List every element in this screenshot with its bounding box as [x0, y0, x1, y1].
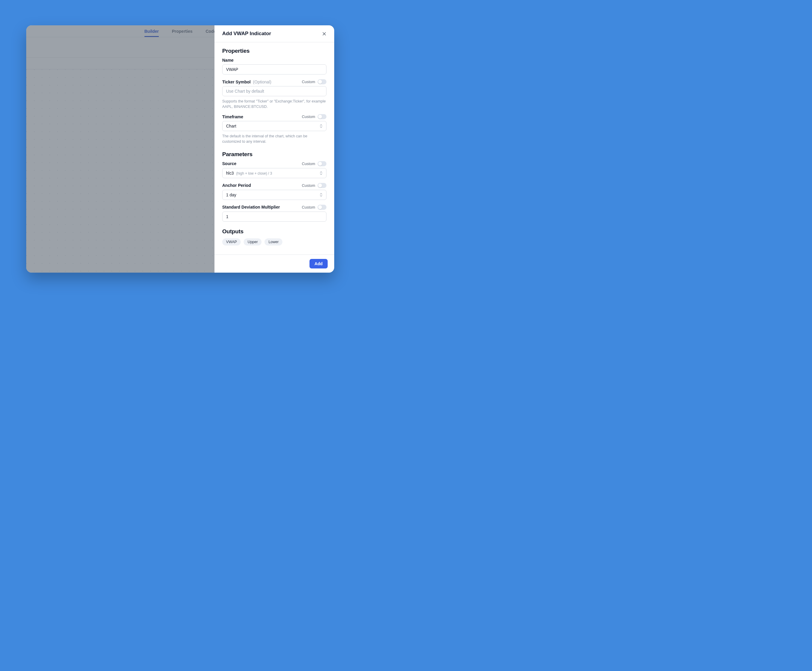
chevron-updown-icon	[320, 171, 323, 175]
select-source-desc: (high + low + close) / 3	[236, 171, 272, 175]
label-stddev: Standard Deviation Multiplier	[222, 205, 280, 209]
field-stddev: Standard Deviation Multiplier Custom	[222, 205, 327, 222]
label-source: Source	[222, 161, 236, 166]
timeframe-custom-wrap: Custom	[302, 114, 327, 119]
chevron-updown-icon	[320, 124, 323, 128]
select-anchor-value: 1 day	[226, 192, 236, 197]
field-name: Name	[222, 58, 327, 75]
field-anchor: Anchor Period Custom 1 day	[222, 183, 327, 200]
side-panel: Add VWAP Indicator Properties Name	[214, 26, 334, 272]
label-anchor: Anchor Period	[222, 183, 251, 188]
source-custom-label: Custom	[302, 162, 315, 166]
panel-footer: Add	[214, 254, 334, 272]
input-ticker-wrap	[222, 86, 327, 96]
input-stddev-wrap	[222, 211, 327, 222]
input-stddev[interactable]	[226, 214, 323, 219]
output-pill-lower[interactable]: Lower	[264, 238, 283, 245]
anchor-custom-toggle[interactable]	[318, 183, 327, 188]
panel-header: Add VWAP Indicator	[214, 26, 334, 42]
input-ticker[interactable]	[226, 89, 323, 94]
field-timeframe: Timeframe Custom Chart The default is th…	[222, 114, 327, 144]
section-parameters-title: Parameters	[222, 151, 327, 158]
helper-ticker: Supports the format "Ticker" or "Exchang…	[222, 99, 327, 109]
helper-timeframe: The default is the interval of the chart…	[222, 133, 327, 144]
output-pill-vwap[interactable]: VWAP	[222, 238, 241, 245]
section-properties-title: Properties	[222, 48, 327, 54]
panel-title: Add VWAP Indicator	[222, 31, 271, 37]
input-name-wrap	[222, 65, 327, 75]
ticker-custom-wrap: Custom	[302, 79, 327, 84]
add-button[interactable]: Add	[310, 259, 328, 269]
panel-body: Properties Name Ticker Symbol (Optional)	[214, 42, 334, 254]
label-timeframe: Timeframe	[222, 114, 243, 119]
app-window: Builder Properties Code Add VWAP Indicat…	[26, 26, 334, 272]
select-timeframe-value: Chart	[226, 124, 236, 128]
stddev-custom-toggle[interactable]	[318, 205, 327, 210]
select-source-value: hlc3	[226, 171, 234, 175]
anchor-custom-label: Custom	[302, 183, 315, 188]
close-icon[interactable]	[320, 30, 328, 37]
label-ticker-optional: (Optional)	[253, 80, 271, 84]
label-ticker-text: Ticker Symbol	[222, 80, 250, 84]
input-name[interactable]	[226, 67, 323, 72]
field-ticker: Ticker Symbol (Optional) Custom Supports…	[222, 79, 327, 109]
ticker-custom-label: Custom	[302, 80, 315, 84]
source-custom-wrap: Custom	[302, 161, 327, 166]
field-source: Source Custom hlc3 (high + low + close) …	[222, 161, 327, 178]
outputs-pills: VWAP Upper Lower	[222, 238, 327, 245]
output-pill-upper[interactable]: Upper	[243, 238, 262, 245]
chevron-updown-icon	[320, 193, 323, 197]
timeframe-custom-label: Custom	[302, 114, 315, 119]
select-source[interactable]: hlc3 (high + low + close) / 3	[222, 168, 327, 178]
source-custom-toggle[interactable]	[318, 161, 327, 166]
select-anchor[interactable]: 1 day	[222, 190, 327, 200]
label-name: Name	[222, 58, 233, 63]
ticker-custom-toggle[interactable]	[318, 79, 327, 84]
section-outputs-title: Outputs	[222, 228, 327, 235]
anchor-custom-wrap: Custom	[302, 183, 327, 188]
select-timeframe[interactable]: Chart	[222, 121, 327, 131]
stddev-custom-wrap: Custom	[302, 205, 327, 210]
stddev-custom-label: Custom	[302, 205, 315, 209]
label-ticker: Ticker Symbol (Optional)	[222, 80, 271, 84]
timeframe-custom-toggle[interactable]	[318, 114, 327, 119]
